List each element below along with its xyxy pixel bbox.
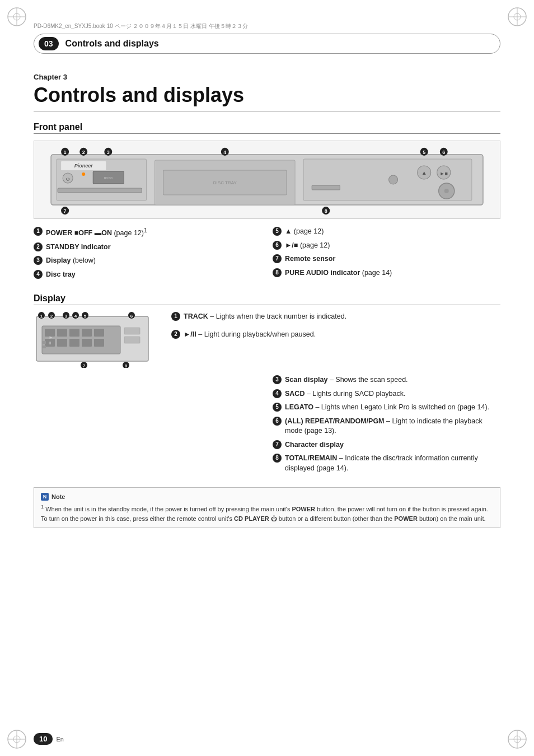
file-info: PD-D6MK2_en_SYXJ5.book 10 ページ ２００９年４月１５日… — [34, 22, 248, 30]
svg-text:8: 8 — [125, 363, 128, 368]
svg-text:►■: ►■ — [440, 171, 448, 176]
callout-8: 8 — [273, 268, 282, 277]
corner-decoration-br — [506, 728, 528, 750]
display-section: Display — [34, 293, 500, 477]
callout-d3: 3 — [273, 375, 282, 384]
callout-d6: 6 — [273, 417, 282, 426]
svg-text:⏻: ⏻ — [66, 177, 70, 181]
svg-rect-66 — [43, 341, 46, 344]
list-item: 8 PURE AUDIO indicator (page 14) — [273, 268, 500, 278]
display-diagram-area: ► II 1 2 3 4 5 6 — [34, 312, 500, 370]
list-item: 1 POWER ■OFF ▬ON (page 12)1 — [34, 227, 261, 239]
list-item: 3 Scan display – Shows the scan speed. — [273, 375, 500, 385]
list-item: 4 SACD – Lights during SACD playback. — [273, 389, 500, 399]
svg-point-22 — [82, 172, 85, 176]
svg-rect-67 — [43, 346, 46, 348]
svg-text:1: 1 — [64, 150, 67, 155]
svg-rect-70 — [124, 328, 140, 334]
callout-d1: 1 — [171, 312, 180, 321]
svg-rect-64 — [82, 339, 92, 347]
front-panel-section: Front panel Pioneer ⏻ 00:00 — [34, 122, 500, 283]
corner-decoration-tl — [6, 6, 28, 28]
svg-point-30 — [389, 175, 398, 184]
display-section-title: Display — [34, 293, 500, 305]
svg-rect-57 — [57, 329, 67, 337]
display-items-list-right: 3 Scan display – Shows the scan speed. 4… — [273, 375, 500, 477]
svg-rect-65 — [94, 339, 104, 347]
page-footer: 10 En — [34, 733, 64, 745]
svg-text:3: 3 — [107, 150, 110, 155]
list-item: 5 LEGATO – Lights when Legato Link Pro i… — [273, 403, 500, 413]
note-text: 1 When the unit is in the standby mode, … — [41, 506, 488, 522]
svg-text:▲: ▲ — [421, 170, 427, 176]
page-number: 10 — [34, 733, 53, 745]
svg-text:3: 3 — [65, 314, 68, 319]
display-items-right: 3 Scan display – Shows the scan speed. 4… — [34, 375, 500, 477]
callout-3: 3 — [34, 256, 43, 265]
list-item: 6 (ALL) REPEAT/RANDOM/PGM – Light to ind… — [273, 417, 500, 436]
svg-rect-25 — [58, 188, 142, 193]
list-item: 5 ▲ (page 12) — [273, 227, 500, 237]
chapter-label: Chapter 3 — [34, 73, 500, 81]
svg-point-36 — [444, 189, 449, 193]
display-diagram: ► II 1 2 3 4 5 6 — [34, 312, 162, 370]
svg-text:5: 5 — [84, 314, 87, 319]
front-panel-col-right: 5 ▲ (page 12) 6 ►/■ (page 12) 7 Remote s… — [273, 227, 500, 283]
front-panel-title: Front panel — [34, 122, 500, 134]
svg-text:4: 4 — [223, 150, 226, 155]
note-box: N Note 1 When the unit is in the standby… — [34, 487, 500, 528]
svg-rect-71 — [124, 337, 140, 343]
list-item: 8 TOTAL/REMAIN – Indicate the disc/track… — [273, 454, 500, 473]
svg-rect-59 — [82, 329, 92, 337]
callout-d2: 2 — [171, 330, 180, 339]
callout-d7: 7 — [273, 440, 282, 449]
svg-rect-62 — [57, 339, 67, 347]
display-items-col: 1 TRACK – Lights when the track number i… — [171, 312, 500, 370]
svg-text:8: 8 — [325, 208, 327, 214]
callout-7: 7 — [273, 254, 282, 263]
note-icon: N — [41, 493, 49, 501]
svg-text:5: 5 — [423, 150, 425, 155]
svg-rect-63 — [69, 339, 79, 347]
svg-text:II: II — [49, 340, 51, 346]
svg-text:DISC TRAY: DISC TRAY — [213, 180, 237, 185]
page-main-title: Controls and displays — [34, 83, 500, 112]
page-lang: En — [56, 736, 63, 743]
display-col-spacer — [34, 375, 261, 477]
callout-d4: 4 — [273, 389, 282, 398]
header-title: Controls and displays — [65, 39, 159, 49]
svg-text:2: 2 — [50, 314, 53, 319]
svg-text:6: 6 — [130, 314, 133, 319]
list-item: 7 Character display — [273, 440, 500, 450]
note-title: N Note — [41, 492, 493, 502]
callout-5: 5 — [273, 227, 282, 236]
svg-rect-37 — [312, 185, 340, 190]
front-panel-diagram: Pioneer ⏻ 00:00 DISC TRAY — [34, 141, 500, 219]
svg-text:►: ► — [49, 335, 53, 340]
callout-4: 4 — [34, 270, 43, 279]
callout-6: 6 — [273, 241, 282, 250]
list-item: 3 Display (below) — [34, 256, 261, 266]
svg-text:2: 2 — [82, 150, 85, 155]
list-item: 2 STANDBY indicator — [34, 242, 261, 253]
list-item: 1 TRACK – Lights when the track number i… — [171, 312, 500, 322]
callout-1: 1 — [34, 227, 43, 236]
svg-text:6: 6 — [442, 150, 445, 155]
svg-text:7: 7 — [83, 363, 86, 368]
svg-text:4: 4 — [74, 314, 77, 319]
callout-d5: 5 — [273, 403, 282, 412]
svg-rect-58 — [69, 329, 79, 337]
chapter-badge: 03 — [39, 37, 59, 50]
callout-2: 2 — [34, 242, 43, 251]
list-item: 2 ►/II – Light during playback/when paus… — [171, 330, 500, 340]
svg-text:Pioneer: Pioneer — [74, 163, 93, 169]
corner-decoration-bl — [6, 728, 28, 750]
svg-rect-60 — [94, 329, 104, 337]
main-content: Chapter 3 Controls and displays Front pa… — [34, 62, 500, 722]
list-item: 6 ►/■ (page 12) — [273, 241, 500, 251]
list-item: 4 Disc tray — [34, 270, 261, 280]
header-bar: 03 Controls and displays — [34, 34, 500, 54]
callout-d8: 8 — [273, 454, 282, 463]
svg-text:00:00: 00:00 — [104, 176, 113, 180]
front-panel-list: 1 POWER ■OFF ▬ON (page 12)1 2 STANDBY in… — [34, 227, 500, 283]
